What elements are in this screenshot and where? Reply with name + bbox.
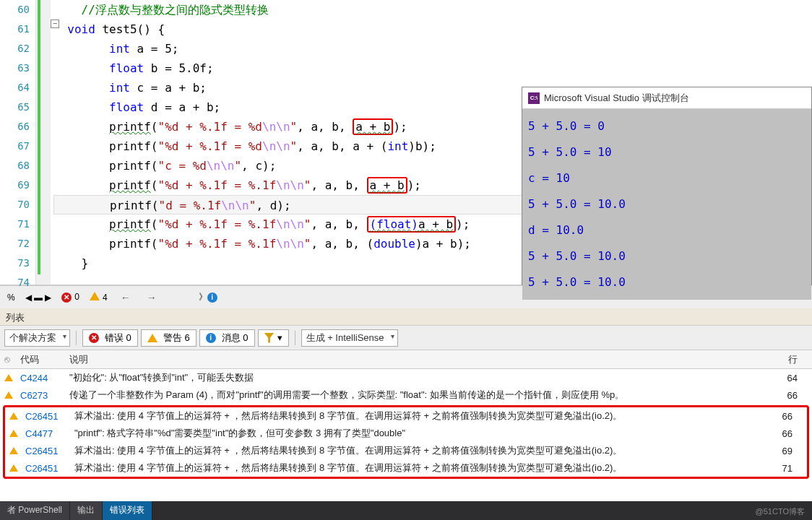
- messages-filter-button[interactable]: i消息 0: [199, 329, 255, 347]
- info-icon: i: [206, 333, 216, 343]
- highlight-box: a + b: [367, 177, 407, 194]
- console-title-text: Microsoft Visual Studio 调试控制台: [544, 92, 689, 105]
- source-dropdown[interactable]: 生成 + IntelliSense: [301, 329, 398, 347]
- outline-collapse-icon[interactable]: −: [51, 20, 59, 28]
- col-desc[interactable]: 说明: [66, 353, 769, 366]
- line-number-gutter: 606162636465666768697071727374: [0, 0, 36, 285]
- info-icon: i: [207, 292, 217, 303]
- errorlist-row[interactable]: C4477 "printf": 格式字符串"%d"需要类型"int"的参数，但可…: [5, 425, 807, 442]
- comment: //浮点数与整数之间的隐式类型转换: [82, 3, 269, 17]
- errorlist-row[interactable]: C26451 算术溢出: 使用 4 字节值上的运算符 + ，然后将结果转换到 8…: [5, 459, 807, 477]
- warning-icon: [4, 374, 13, 381]
- console-titlebar[interactable]: C:\ Microsoft Visual Studio 调试控制台: [522, 87, 811, 109]
- col-code[interactable]: 代码: [17, 353, 66, 366]
- warning-icon: [9, 447, 18, 454]
- panel-title: 列表: [0, 308, 812, 326]
- tab-output[interactable]: 输出: [70, 501, 103, 520]
- bottom-tab-bar: 者 PowerShell 输出 错误列表: [0, 501, 812, 520]
- errors-filter-button[interactable]: ✕错误 0: [82, 329, 138, 347]
- tab-powershell[interactable]: 者 PowerShell: [0, 501, 70, 520]
- warning-icon: [9, 412, 18, 420]
- errorlist-toolbar: 个解决方案 ✕错误 0 警告 6 i消息 0 ▾ 生成 + IntelliSen…: [0, 326, 812, 350]
- warning-icon: [9, 430, 18, 437]
- error-list-panel: ⎋ 代码 说明 行 C4244 "初始化": 从"float"转换到"int"，…: [0, 350, 812, 479]
- tab-errorlist[interactable]: 错误列表: [103, 501, 152, 520]
- error-icon: ✕: [61, 292, 72, 303]
- scroll-group[interactable]: ◀ ▬ ▶: [25, 292, 52, 303]
- errorlist-row[interactable]: C6273 传递了一个非整数作为 Param (4)，而对"printf"的调用…: [0, 386, 812, 404]
- warning-icon: [90, 292, 100, 300]
- warning-count[interactable]: 4: [90, 292, 108, 303]
- highlighted-rows: C26451 算术溢出: 使用 4 字节值上的运算符 + ，然后将结果转换到 8…: [3, 405, 809, 479]
- watermark: @51CTO博客: [756, 506, 805, 517]
- errorlist-row[interactable]: C26451 算术溢出: 使用 4 字节值上的运算符 + ，然后将结果转换到 8…: [5, 442, 807, 459]
- errorlist-header[interactable]: ⎋ 代码 说明 行: [0, 350, 812, 369]
- highlight-box: a + b: [353, 118, 393, 135]
- indicator-margin: [36, 0, 51, 285]
- filter-button[interactable]: ▾: [258, 329, 289, 347]
- vs-icon: C:\: [528, 92, 540, 104]
- console-output: 5 + 5.0 = 0 5 + 5.0 = 10 c = 10 5 + 5.0 …: [522, 109, 811, 300]
- next-arrow-icon[interactable]: →: [144, 292, 160, 303]
- warning-icon: [4, 391, 13, 399]
- warning-icon: [9, 464, 18, 472]
- errorlist-row[interactable]: C4244 "初始化": 从"float"转换到"int"，可能丢失数据 64: [0, 369, 812, 386]
- scope-dropdown[interactable]: 个解决方案: [4, 329, 70, 347]
- prev-arrow-icon[interactable]: ←: [118, 292, 134, 303]
- percent-indicator: %: [7, 292, 15, 303]
- warning-icon: [147, 334, 157, 342]
- filter-icon: [264, 333, 275, 343]
- error-icon: ✕: [89, 333, 99, 343]
- nav-group[interactable]: 》i: [199, 291, 220, 303]
- highlight-box: (float)a + b: [367, 216, 457, 233]
- debug-console-window[interactable]: C:\ Microsoft Visual Studio 调试控制台 5 + 5.…: [522, 87, 812, 285]
- errorlist-row[interactable]: C26451 算术溢出: 使用 4 字节值上的运算符 + ，然后将结果转换到 8…: [5, 407, 807, 425]
- error-count[interactable]: ✕0: [61, 292, 79, 303]
- col-line[interactable]: 行: [769, 353, 812, 366]
- warnings-filter-button[interactable]: 警告 6: [141, 329, 196, 347]
